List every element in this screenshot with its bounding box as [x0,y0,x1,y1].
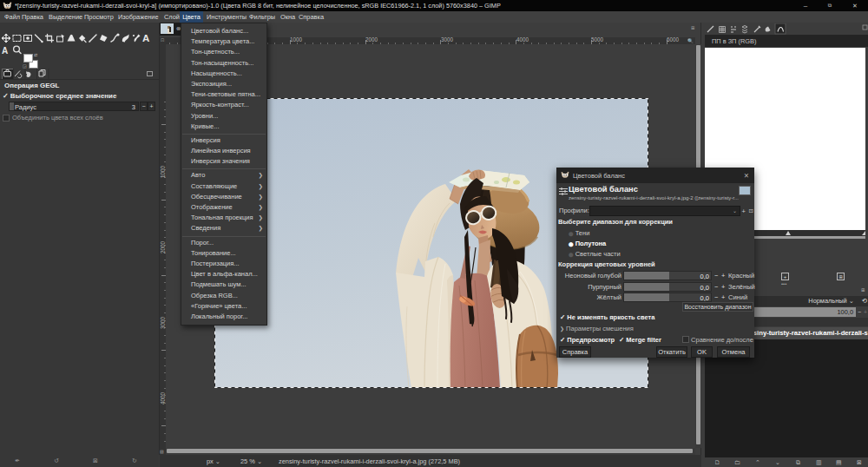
svg-text:A: A [2,46,8,56]
svg-text:A: A [142,33,149,43]
